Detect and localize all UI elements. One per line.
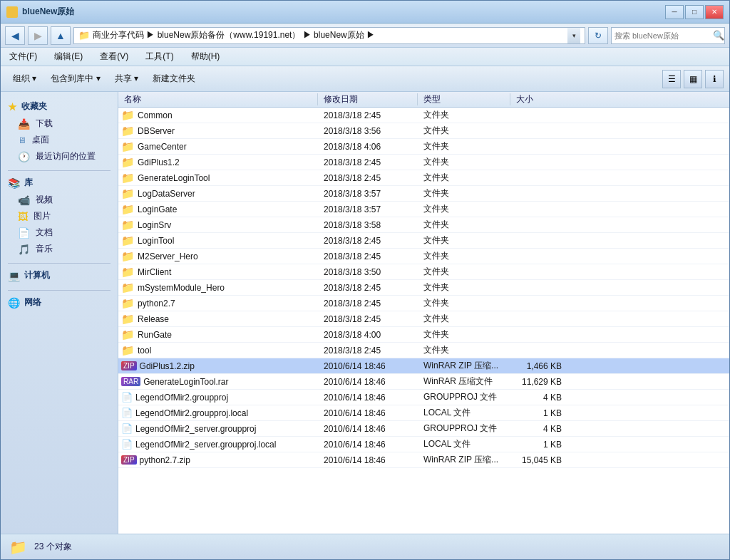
table-row[interactable]: 📄 LegendOfMir2.groupproj.local 2010/6/14… — [118, 405, 729, 421]
file-cell-type: 文件夹 — [418, 109, 510, 121]
file-name: LegendOfMir2_server.groupproj — [135, 424, 256, 434]
organize-button[interactable]: 组织 ▾ — [6, 69, 43, 89]
share-button[interactable]: 共享 ▾ — [108, 69, 145, 89]
column-header-date[interactable]: 修改日期 — [318, 93, 418, 105]
refresh-button[interactable]: ↻ — [588, 27, 608, 44]
table-row[interactable]: 📄 LegendOfMir2.groupproj 2010/6/14 18:46… — [118, 390, 729, 405]
table-row[interactable]: 📁 LoginSrv 2018/3/18 3:58 文件夹 — [118, 217, 729, 233]
file-name: Common — [138, 110, 173, 120]
sidebar-item-music-label: 音乐 — [36, 243, 53, 255]
table-row[interactable]: 📄 LegendOfMir2_server.groupproj.local 20… — [118, 437, 729, 452]
table-row[interactable]: 📄 LegendOfMir2_server.groupproj 2010/6/1… — [118, 421, 729, 437]
file-cell-date: 2010/6/14 18:46 — [318, 393, 418, 403]
forward-button[interactable]: ▶ — [28, 26, 48, 45]
file-name: tool — [138, 346, 151, 356]
folder-icon: 📁 — [121, 313, 135, 326]
file-cell-date: 2018/3/18 3:50 — [318, 267, 418, 277]
recent-icon: 🕐 — [18, 151, 30, 162]
table-row[interactable]: 📁 LoginGate 2018/3/18 3:57 文件夹 — [118, 202, 729, 217]
folder-icon: 📁 — [121, 250, 135, 263]
up-button[interactable]: ▲ — [51, 26, 71, 45]
file-cell-date: 2018/3/18 2:45 — [318, 236, 418, 246]
table-row[interactable]: 📁 Common 2018/3/18 2:45 文件夹 — [118, 108, 729, 123]
column-header-name[interactable]: 名称 — [118, 93, 318, 105]
toolbar-right: ☰ ▦ ℹ — [662, 70, 724, 88]
table-row[interactable]: 📁 M2Server_Hero 2018/3/18 2:45 文件夹 — [118, 249, 729, 264]
download-folder-icon: 📥 — [18, 118, 30, 130]
table-row[interactable]: ZIP python2.7.zip 2010/6/14 18:46 WinRAR… — [118, 452, 729, 468]
file-cell-name: 📁 Common — [118, 109, 318, 122]
details-pane-button[interactable]: ℹ — [705, 70, 724, 88]
computer-header[interactable]: 💻 计算机 — [1, 266, 118, 284]
sidebar-item-download[interactable]: 📥 下载 — [1, 115, 118, 132]
address-dropdown-button[interactable]: ▾ — [567, 28, 580, 43]
table-row[interactable]: 📁 DBServer 2018/3/18 3:56 文件夹 — [118, 123, 729, 139]
menu-view[interactable]: 查看(V) — [97, 49, 131, 64]
table-row[interactable]: 📁 MirClient 2018/3/18 3:50 文件夹 — [118, 264, 729, 280]
file-cell-name: 📁 mSystemModule_Hero — [118, 281, 318, 294]
file-name: GenerateLoginTool — [138, 173, 210, 183]
preview-pane-button[interactable]: ▦ — [684, 70, 702, 88]
table-row[interactable]: 📁 mSystemModule_Hero 2018/3/18 2:45 文件夹 — [118, 280, 729, 296]
include-button[interactable]: 包含到库中 ▾ — [44, 69, 106, 89]
sidebar-item-desktop[interactable]: 🖥 桌面 — [1, 132, 118, 148]
video-icon: 📹 — [18, 195, 30, 206]
table-row[interactable]: 📁 python2.7 2018/3/18 2:45 文件夹 — [118, 296, 729, 311]
file-cell-type: 文件夹 — [418, 156, 510, 168]
table-row[interactable]: 📁 LogDataServer 2018/3/18 3:57 文件夹 — [118, 186, 729, 202]
file-icon: 📄 — [121, 423, 133, 434]
table-row[interactable]: 📁 GdiPlus1.2 2018/3/18 2:45 文件夹 — [118, 155, 729, 170]
sidebar-item-docs[interactable]: 📄 文档 — [1, 224, 118, 241]
status-folder-icon: 📁 — [9, 539, 27, 556]
table-row[interactable]: 📁 GameCenter 2018/3/18 4:06 文件夹 — [118, 139, 729, 155]
file-cell-type: 文件夹 — [418, 250, 510, 262]
computer-icon: 💻 — [8, 270, 20, 281]
file-name: python2.7.zip — [140, 455, 190, 465]
back-button[interactable]: ◀ — [5, 26, 25, 45]
file-cell-type: 文件夹 — [418, 172, 510, 184]
table-row[interactable]: 📁 GenerateLoginTool 2018/3/18 2:45 文件夹 — [118, 170, 729, 186]
sidebar-item-pictures[interactable]: 🖼 图片 — [1, 208, 118, 224]
folder-icon: 📁 — [121, 109, 135, 122]
file-name: M2Server_Hero — [138, 252, 198, 261]
table-row[interactable]: 📁 RunGate 2018/3/18 4:00 文件夹 — [118, 327, 729, 343]
favorites-header[interactable]: ★ 收藏夹 — [1, 98, 118, 115]
folder-icon: 📁 — [121, 297, 135, 310]
maximize-button[interactable]: □ — [685, 5, 704, 19]
search-input[interactable] — [615, 31, 713, 40]
menu-file[interactable]: 文件(F) — [6, 49, 40, 64]
new-folder-button[interactable]: 新建文件夹 — [146, 69, 202, 89]
table-row[interactable]: 📁 LoginTool 2018/3/18 2:45 文件夹 — [118, 233, 729, 249]
search-button[interactable]: 🔍 — [713, 28, 724, 43]
file-cell-name: 📄 LegendOfMir2.groupproj — [118, 392, 318, 403]
table-row[interactable]: 📁 Release 2018/3/18 2:45 文件夹 — [118, 311, 729, 327]
folder-icon: 📁 — [121, 219, 135, 232]
sidebar-item-recent[interactable]: 🕐 最近访问的位置 — [1, 148, 118, 165]
menu-edit[interactable]: 编辑(E) — [51, 49, 86, 64]
menu-help[interactable]: 帮助(H) — [188, 49, 223, 64]
view-toggle-button[interactable]: ☰ — [662, 70, 681, 88]
menubar: 文件(F) 编辑(E) 查看(V) 工具(T) 帮助(H) — [1, 48, 729, 66]
file-list-header: 名称 修改日期 类型 大小 — [118, 92, 729, 108]
close-button[interactable]: ✕ — [705, 5, 724, 19]
sidebar-item-pictures-label: 图片 — [34, 210, 51, 222]
sidebar-item-video[interactable]: 📹 视频 — [1, 192, 118, 208]
file-name: GdiPlus1.2.zip — [140, 361, 195, 371]
file-cell-date: 2018/3/18 2:45 — [318, 110, 418, 120]
file-cell-date: 2010/6/14 18:46 — [318, 408, 418, 418]
sidebar-item-docs-label: 文档 — [36, 227, 53, 239]
network-header[interactable]: 🌐 网络 — [1, 294, 118, 311]
sidebar-item-music[interactable]: 🎵 音乐 — [1, 241, 118, 257]
library-header[interactable]: 📚 库 — [1, 174, 118, 192]
content-area: ★ 收藏夹 📥 下载 🖥 桌面 🕐 最近访问的位置 — [1, 92, 729, 534]
file-cell-size: 4 KB — [510, 424, 567, 434]
search-bar[interactable]: 🔍 — [611, 27, 725, 44]
menu-tools[interactable]: 工具(T) — [143, 49, 176, 64]
column-header-type[interactable]: 类型 — [418, 93, 510, 105]
star-icon: ★ — [8, 101, 17, 113]
table-row[interactable]: 📁 tool 2018/3/18 2:45 文件夹 — [118, 343, 729, 358]
column-header-size[interactable]: 大小 — [510, 93, 567, 105]
table-row[interactable]: RAR GenerateLoginTool.rar 2010/6/14 18:4… — [118, 374, 729, 390]
minimize-button[interactable]: ─ — [665, 5, 684, 19]
table-row[interactable]: ZIP GdiPlus1.2.zip 2010/6/14 18:46 WinRA… — [118, 358, 729, 374]
